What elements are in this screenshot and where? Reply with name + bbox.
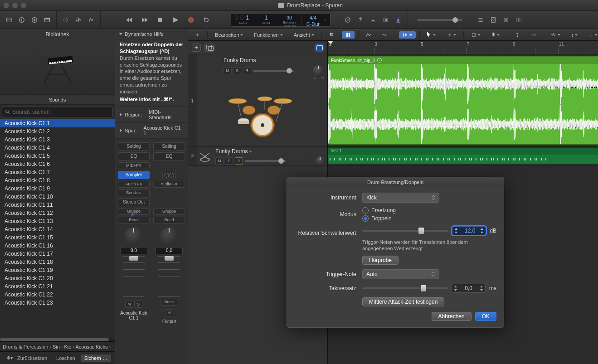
volume-value[interactable]: 0,0	[120, 247, 147, 254]
sound-list[interactable]: Acoustic Kick C1 1 Acoustic Kick C1 2 Ac…	[0, 119, 115, 338]
record-enable-button[interactable]: R	[243, 67, 251, 74]
midi-region[interactable]: Inst 1	[328, 148, 598, 164]
list-item[interactable]: Acoustic Kick C1 21	[0, 282, 115, 291]
edit-menu[interactable]: Bearbeiten	[211, 31, 247, 39]
eq-slot[interactable]: EQ	[153, 152, 185, 160]
track-header-1[interactable]: 1 Funky Drums M S R LR	[188, 54, 327, 147]
audiofx-slot[interactable]: Audio FX	[118, 181, 150, 188]
list-item[interactable]: Acoustic Kick C1 22	[0, 291, 115, 299]
threshold-spinner[interactable]: -12,0	[452, 226, 486, 235]
grid-icon[interactable]	[326, 31, 338, 39]
reset-button[interactable]: Zurücksetzen	[14, 354, 51, 362]
solo-icon[interactable]: S	[380, 15, 391, 25]
audio-region[interactable]: FunkSmash Kit_bip_1	[328, 56, 598, 145]
prelisten-button[interactable]: Hörprobe	[362, 256, 399, 265]
bounce-button[interactable]: Bnce	[160, 299, 178, 306]
zoom-vertical-icon[interactable]	[511, 31, 524, 39]
mute-button[interactable]: M	[224, 67, 232, 74]
rewind-button[interactable]	[122, 14, 136, 26]
list-item[interactable]: Acoustic Kick C1 14	[0, 225, 115, 233]
automation-slot[interactable]: Read	[118, 217, 150, 223]
group-slot[interactable]: Gruppe	[153, 208, 185, 215]
list-item[interactable]: Acoustic Kick C1 2	[0, 127, 115, 136]
catch-playhead-icon[interactable]	[191, 31, 204, 39]
eq-slot[interactable]: EQ	[118, 152, 150, 160]
flex-icon[interactable]	[379, 31, 391, 39]
library-toggle-icon[interactable]	[4, 15, 15, 25]
mixer-icon[interactable]	[73, 15, 84, 25]
waveform-zoom-icon[interactable]	[547, 31, 564, 39]
pan-knob[interactable]	[125, 227, 143, 245]
solo-button[interactable]: S	[225, 157, 233, 165]
list-item[interactable]: Acoustic Kick C1 15	[0, 233, 115, 242]
pointer-tool-icon[interactable]	[423, 30, 439, 39]
track-lane-2[interactable]: Inst 1	[328, 147, 598, 166]
output-slot[interactable]: Stereo Out	[118, 198, 150, 206]
playhead-in-icon[interactable]	[399, 31, 416, 39]
stereo-link-slot[interactable]: ◯◯	[162, 171, 176, 179]
pan-knob[interactable]	[160, 227, 178, 245]
setting-slot[interactable]: Setting	[153, 142, 185, 150]
timeline-ruler[interactable]: 135 7911	[328, 41, 598, 54]
global-tracks-button[interactable]	[315, 44, 324, 52]
solo-button[interactable]: S	[233, 67, 241, 74]
track-header-2[interactable]: 2 Funky Drums + M S	[188, 147, 327, 166]
mode-replace-radio[interactable]: Ersetzung	[362, 207, 496, 214]
list-item[interactable]: Acoustic Kick C1 3	[0, 136, 115, 144]
offset-spinner[interactable]: 0,0	[452, 284, 486, 293]
instrument-dropdown[interactable]: Kick	[362, 193, 439, 203]
library-scrollbar[interactable]	[0, 338, 115, 341]
audiofx-slot[interactable]: Audio FX	[153, 181, 185, 188]
master-volume-slider[interactable]	[417, 19, 462, 21]
list-item[interactable]: Acoustic Kick C1 20	[0, 274, 115, 282]
view-menu[interactable]: Ansicht	[290, 31, 318, 39]
minimize-icon[interactable]	[12, 3, 18, 8]
horizontal-zoom-icon[interactable]: ↔	[585, 31, 598, 39]
low-latency-icon[interactable]	[355, 15, 366, 25]
traffic-lights[interactable]	[4, 3, 26, 8]
track-name[interactable]: Funky Drums	[224, 57, 324, 63]
replace-icon[interactable]	[342, 15, 353, 25]
duplicate-track-button[interactable]	[204, 44, 214, 52]
gear-icon[interactable]: ✻▾	[3, 354, 12, 362]
editors-icon[interactable]	[86, 15, 97, 25]
record-button[interactable]	[184, 14, 198, 26]
sends-slot[interactable]: Sends ○	[118, 189, 150, 196]
quickhelp-toggle-icon[interactable]: ?	[29, 15, 40, 25]
pan-knob[interactable]	[313, 65, 324, 76]
list-item[interactable]: Acoustic Kick C1 9	[0, 184, 115, 193]
list-item[interactable]: Acoustic Kick C1 13	[0, 217, 115, 225]
threshold-slider[interactable]	[362, 230, 448, 232]
zoom-icon[interactable]	[21, 3, 26, 8]
list-item[interactable]: Acoustic Kick C1 12	[0, 209, 115, 217]
track-volume-slider[interactable]	[253, 70, 294, 72]
dynamic-help-header[interactable]: Dynamische Hilfe	[115, 29, 188, 39]
region-disclosure[interactable]: Region: MIDI-Standards	[115, 107, 188, 123]
list-item[interactable]: Acoustic Kick C1 19	[0, 266, 115, 274]
list-item[interactable]: Acoustic Kick C1 6	[0, 160, 115, 168]
cancel-button[interactable]: Abbrechen	[432, 312, 472, 321]
snap-menu[interactable]	[467, 31, 484, 39]
tuner-icon[interactable]	[368, 15, 379, 25]
offset-slider[interactable]	[362, 287, 448, 289]
list-item[interactable]: Acoustic Kick C1 18	[0, 258, 115, 266]
track-volume-slider[interactable]	[245, 160, 286, 162]
breadcrumb[interactable]: Drums & Percussion› Sin› Kic› Acoustic K…	[0, 341, 115, 351]
list-item[interactable]: Acoustic Kick C1 4	[0, 144, 115, 152]
track-name[interactable]: Funky Drums +	[215, 148, 325, 155]
count-in-icon[interactable]	[393, 15, 404, 25]
list-editors-icon[interactable]	[475, 15, 486, 25]
add-track-button[interactable]: +	[192, 44, 201, 52]
list-item[interactable]: Acoustic Kick C1 1	[0, 119, 115, 127]
notepad-icon[interactable]	[488, 15, 499, 25]
mute-button[interactable]: M	[165, 309, 173, 316]
marquee-tool-icon[interactable]	[443, 31, 460, 39]
automation-slot[interactable]: Read	[153, 217, 185, 223]
toolbar-toggle-icon[interactable]	[42, 15, 53, 25]
stop-button[interactable]	[153, 14, 167, 26]
snap-icon[interactable]	[342, 31, 355, 39]
functions-menu[interactable]: Funktionen	[250, 31, 286, 39]
list-item[interactable]: Acoustic Kick C1 8	[0, 176, 115, 184]
mode-double-radio[interactable]: Doppeln	[362, 215, 496, 222]
cycle-button[interactable]	[199, 14, 213, 26]
